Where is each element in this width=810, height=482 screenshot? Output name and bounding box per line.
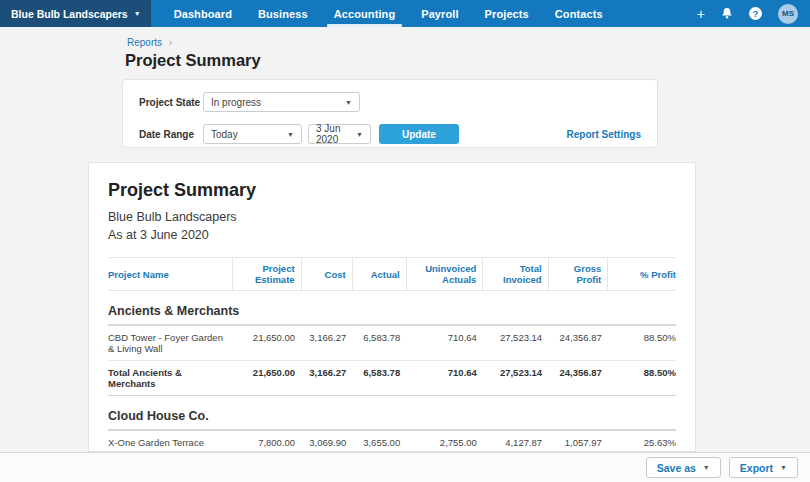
column-header-actual: Actual <box>352 258 406 291</box>
project-state-label: Project State <box>139 97 203 108</box>
chevron-down-icon: ▼ <box>287 131 294 138</box>
report-org-name: Blue Bulb Landscapers <box>108 208 676 226</box>
nav-item-business[interactable]: Business <box>245 0 321 27</box>
org-name: Blue Bulb Landscapers <box>11 8 128 20</box>
value-cell: 6,583.78 <box>352 325 406 361</box>
date-range-row: Date Range Today ▼ 3 Jun 2020 ▼ Update R… <box>139 124 641 144</box>
value-cell: 2,755.00 <box>406 430 483 452</box>
footer-action-bar: Save as ▼ Export ▼ <box>0 452 810 482</box>
chevron-down-icon: ▼ <box>780 464 787 471</box>
value-cell: 3,655.00 <box>352 430 406 452</box>
column-header-project-name: Project Name <box>108 258 233 291</box>
value-cell: 1,057.97 <box>548 430 608 452</box>
value-cell: 7,800.00 <box>233 430 301 452</box>
date-select[interactable]: 3 Jun 2020 ▼ <box>308 124 371 144</box>
date-range-label: Date Range <box>139 129 203 140</box>
project-state-row: Project State In progress ▼ <box>139 92 641 112</box>
date-range-value: Today <box>211 129 238 140</box>
column-header-uninvoiced-actuals: Uninvoiced Actuals <box>406 258 483 291</box>
table-row: CBD Tower - Foyer Garden & Living Wall21… <box>108 325 676 361</box>
org-switcher[interactable]: Blue Bulb Landscapers ▼ <box>0 0 151 27</box>
help-icon[interactable]: ? <box>749 7 762 20</box>
notifications-bell-icon[interactable] <box>721 7 733 20</box>
nav-utilities: + ? MS <box>697 0 810 27</box>
report-title: Project Summary <box>108 180 676 201</box>
value-cell: 27,523.14 <box>483 325 548 361</box>
value-cell: 21,650.00 <box>233 325 301 361</box>
project-state-value: In progress <box>211 97 261 108</box>
nav-item-contacts[interactable]: Contacts <box>542 0 616 27</box>
table-row: X-One Garden Terrace7,800.003,069.903,65… <box>108 430 676 452</box>
column-header-total-invoiced: Total Invoiced <box>483 258 548 291</box>
nav-item-payroll[interactable]: Payroll <box>408 0 471 27</box>
nav-item-projects[interactable]: Projects <box>472 0 542 27</box>
report-as-at-date: As at 3 June 2020 <box>108 226 676 244</box>
chevron-down-icon: ▼ <box>134 10 141 17</box>
breadcrumb-separator: › <box>169 37 172 48</box>
column-header-percent-profit: % Profit <box>608 258 676 291</box>
page-title: Project Summary <box>125 51 261 70</box>
value-cell: 24,356.87 <box>548 361 608 396</box>
project-summary-table: Project Name Project Estimate Cost Actua… <box>108 257 676 452</box>
table-header-row: Project Name Project Estimate Cost Actua… <box>108 258 676 291</box>
value-cell: 25.63% <box>608 430 676 452</box>
value-cell: 21,650.00 <box>233 361 301 396</box>
group-name: Ancients & Merchants <box>108 291 676 326</box>
report-card: Project Summary Blue Bulb Landscapers As… <box>88 162 696 452</box>
top-navigation-bar: Blue Bulb Landscapers ▼ Dashboard Busine… <box>0 0 810 27</box>
value-cell: 24,356.87 <box>548 325 608 361</box>
total-label-cell: Total Ancients & Merchants <box>108 361 233 396</box>
report-filter-panel: Project State In progress ▼ Date Range T… <box>122 79 658 148</box>
project-name-cell: CBD Tower - Foyer Garden & Living Wall <box>108 325 233 361</box>
group-header-row: Cloud House Co. <box>108 396 676 431</box>
project-name-cell: X-One Garden Terrace <box>108 430 233 452</box>
nav-menu: Dashboard Business Accounting Payroll Pr… <box>161 0 616 27</box>
value-cell: 3,069.90 <box>301 430 352 452</box>
chevron-down-icon: ▼ <box>345 99 352 106</box>
export-button[interactable]: Export ▼ <box>729 457 798 478</box>
column-header-project-estimate: Project Estimate <box>233 258 301 291</box>
report-table-body: Ancients & MerchantsCBD Tower - Foyer Ga… <box>108 291 676 452</box>
user-avatar[interactable]: MS <box>778 4 798 24</box>
save-as-button[interactable]: Save as ▼ <box>646 457 721 478</box>
value-cell: 3,166.27 <box>301 361 352 396</box>
report-settings-link[interactable]: Report Settings <box>567 129 641 140</box>
group-total-row: Total Ancients & Merchants21,650.003,166… <box>108 361 676 396</box>
project-state-select[interactable]: In progress ▼ <box>203 92 360 112</box>
update-button[interactable]: Update <box>379 124 459 144</box>
value-cell: 88.50% <box>608 361 676 396</box>
value-cell: 710.64 <box>406 361 483 396</box>
add-icon[interactable]: + <box>697 7 705 21</box>
value-cell: 710.64 <box>406 325 483 361</box>
nav-item-accounting[interactable]: Accounting <box>321 0 409 27</box>
breadcrumb-reports-link[interactable]: Reports <box>127 37 162 48</box>
value-cell: 88.50% <box>608 325 676 361</box>
column-header-gross-profit: Gross Profit <box>548 258 608 291</box>
breadcrumb: Reports › <box>127 37 172 48</box>
value-cell: 4,127.87 <box>483 430 548 452</box>
value-cell: 27,523.14 <box>483 361 548 396</box>
column-header-cost: Cost <box>301 258 352 291</box>
date-value: 3 Jun 2020 <box>316 123 348 145</box>
group-name: Cloud House Co. <box>108 396 676 431</box>
nav-item-dashboard[interactable]: Dashboard <box>161 0 245 27</box>
chevron-down-icon: ▼ <box>356 131 363 138</box>
group-header-row: Ancients & Merchants <box>108 291 676 326</box>
value-cell: 6,583.78 <box>352 361 406 396</box>
chevron-down-icon: ▼ <box>703 464 710 471</box>
date-range-select[interactable]: Today ▼ <box>203 124 302 144</box>
value-cell: 3,166.27 <box>301 325 352 361</box>
